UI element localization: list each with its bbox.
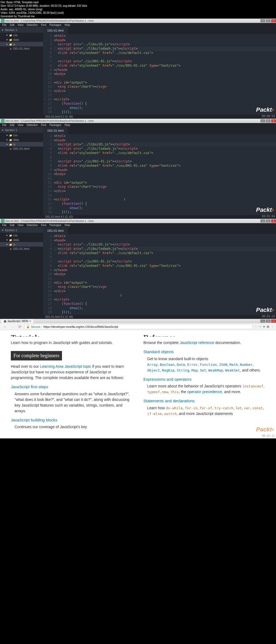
folder-item[interactable]: ▸ js bbox=[0, 42, 43, 46]
keyword-link[interactable]: new bbox=[162, 390, 168, 394]
menu-item[interactable]: Edit bbox=[10, 124, 14, 127]
building-blocks-link[interactable]: JavaScript building blocks bbox=[11, 417, 133, 423]
menu-item[interactable]: Find bbox=[41, 124, 46, 127]
browser-tab[interactable]: ▦ JavaScript | MDN × bbox=[1, 319, 33, 323]
object-link[interactable]: Date bbox=[177, 363, 185, 367]
menu-item[interactable]: File bbox=[2, 23, 6, 26]
editor-tab[interactable]: D01-01.html bbox=[43, 127, 68, 134]
expressions-link[interactable]: Expressions and operators bbox=[143, 376, 265, 383]
folder-item[interactable]: ▸ css bbox=[0, 33, 43, 37]
menu-item[interactable]: Help bbox=[64, 224, 70, 227]
folder-item[interactable]: ▸ data bbox=[0, 137, 43, 142]
project-tree[interactable]: ▸ Section 1 ▸ css▸ data▸ js D01-01.html bbox=[0, 127, 43, 219]
project-root[interactable]: ▸ Section 1 bbox=[0, 227, 43, 233]
project-root[interactable]: ▸ Section 1 bbox=[0, 127, 43, 133]
maximize-button[interactable]: □ bbox=[266, 219, 271, 223]
keyword-link[interactable]: do-while bbox=[166, 406, 183, 410]
code-editor[interactable]: 1234567891011121314151617181920 I<html><… bbox=[43, 134, 276, 215]
keyword-link[interactable]: typeof bbox=[147, 390, 160, 394]
object-link[interactable]: Number bbox=[240, 363, 253, 367]
close-button[interactable]: × bbox=[271, 219, 276, 223]
url-input[interactable]: 🔒 Secure | https://developer.mozilla.org… bbox=[24, 324, 253, 329]
keyword-link[interactable]: let bbox=[235, 406, 242, 410]
object-link[interactable]: WeakSet bbox=[225, 368, 240, 372]
statements-link[interactable]: Statements and declarations bbox=[143, 398, 265, 404]
project-root[interactable]: ▸ Section 1 bbox=[0, 27, 43, 33]
folder-item[interactable]: ▸ data bbox=[0, 37, 43, 42]
file-item[interactable]: D01-01.html bbox=[0, 146, 43, 151]
folder-item[interactable]: ▸ css bbox=[0, 133, 43, 137]
menu-item[interactable]: Selection bbox=[27, 124, 38, 127]
menu-icon[interactable]: ⋮ bbox=[271, 325, 274, 328]
object-link[interactable]: WeakMap bbox=[208, 368, 223, 372]
object-link[interactable]: Function bbox=[200, 363, 217, 367]
maximize-button[interactable]: □ bbox=[266, 119, 271, 122]
menu-item[interactable]: Help bbox=[64, 124, 70, 127]
close-button[interactable]: × bbox=[271, 119, 276, 122]
menu-item[interactable]: View bbox=[18, 124, 23, 127]
menu-item[interactable]: View bbox=[18, 224, 23, 227]
menu-item[interactable]: Find bbox=[41, 23, 46, 26]
object-link[interactable]: Map bbox=[191, 368, 198, 372]
folder-item[interactable]: ▸ data bbox=[0, 237, 43, 242]
close-button[interactable]: × bbox=[271, 19, 276, 22]
object-link[interactable]: Array bbox=[147, 363, 158, 367]
precedence-link[interactable]: operator precedence bbox=[187, 390, 222, 394]
maximize-button[interactable]: □ bbox=[266, 19, 271, 22]
project-tree[interactable]: ▸ Section 1 ▸ css▸ data▸ js D01-01.html bbox=[0, 227, 43, 319]
editor-tab[interactable]: D01-01.html bbox=[43, 27, 68, 34]
object-link[interactable]: Error bbox=[187, 363, 198, 367]
keyword-link[interactable]: if-else bbox=[147, 412, 162, 416]
object-link[interactable]: RegExp bbox=[162, 368, 175, 372]
menu-item[interactable]: Packages bbox=[49, 23, 61, 26]
menu-item[interactable]: File bbox=[2, 124, 6, 127]
menu-item[interactable]: Help bbox=[64, 23, 70, 26]
star-icon[interactable]: ☆ bbox=[259, 325, 261, 328]
back-button[interactable]: ← bbox=[2, 325, 8, 329]
minimize-button[interactable]: – bbox=[260, 19, 265, 22]
lastpass-icon[interactable]: ⋯ bbox=[254, 325, 257, 328]
keyword-link[interactable]: const bbox=[252, 406, 263, 410]
object-link[interactable]: String bbox=[177, 368, 189, 372]
learning-link[interactable]: Learning Area JavaScript topic bbox=[40, 364, 91, 369]
close-button[interactable]: × bbox=[271, 319, 276, 323]
keyword-link[interactable]: for-of bbox=[199, 406, 212, 410]
object-link[interactable]: Boolean bbox=[160, 363, 175, 367]
reference-link[interactable]: JavaScript reference bbox=[180, 340, 214, 345]
tab-close-icon[interactable]: × bbox=[29, 320, 31, 323]
minimize-button[interactable]: – bbox=[260, 119, 265, 122]
object-link[interactable]: Set bbox=[200, 368, 206, 372]
keyword-link[interactable]: instanceof bbox=[242, 384, 263, 388]
object-link[interactable]: Math bbox=[229, 363, 238, 367]
menu-item[interactable]: Find bbox=[41, 224, 46, 227]
file-item[interactable]: D01-01.html bbox=[0, 247, 43, 251]
menu-item[interactable]: Edit bbox=[10, 224, 14, 227]
code-editor[interactable]: 1234567891011121314151617181920 <html><h… bbox=[43, 34, 276, 115]
keyword-link[interactable]: for-in bbox=[185, 406, 198, 410]
menu-item[interactable]: View bbox=[18, 23, 23, 26]
extension-icon[interactable]: ▣ bbox=[267, 325, 269, 328]
code-editor[interactable]: 1234567891011121314151617181920 I<html><… bbox=[43, 234, 276, 315]
menu-item[interactable]: File bbox=[2, 224, 6, 227]
file-item[interactable]: D01-01.html bbox=[0, 46, 43, 51]
keyword-link[interactable]: this bbox=[170, 390, 179, 394]
keyword-link[interactable]: switch bbox=[164, 412, 177, 416]
object-link[interactable]: JSON bbox=[219, 363, 227, 367]
menu-item[interactable]: Edit bbox=[10, 23, 14, 26]
keyword-link[interactable]: var bbox=[244, 406, 250, 410]
minimize-button[interactable]: – bbox=[260, 319, 265, 323]
menu-item[interactable]: Packages bbox=[49, 124, 61, 127]
extension-icon[interactable]: ● bbox=[263, 325, 265, 328]
folder-item[interactable]: ▸ css bbox=[0, 233, 43, 237]
standard-objects-link[interactable]: Standard objects bbox=[143, 349, 265, 355]
menu-item[interactable]: Packages bbox=[49, 224, 61, 227]
object-link[interactable]: Object bbox=[147, 368, 160, 372]
minimize-button[interactable]: – bbox=[260, 219, 265, 223]
menu-item[interactable]: Selection bbox=[27, 224, 38, 227]
folder-item[interactable]: ▸ js bbox=[0, 242, 43, 247]
project-tree[interactable]: ▸ Section 1 ▸ css▸ data▸ js D01-01.html bbox=[0, 27, 43, 119]
maximize-button[interactable]: □ bbox=[266, 319, 271, 323]
keyword-link[interactable]: try-catch bbox=[214, 406, 233, 410]
reload-button[interactable]: ⟳ bbox=[17, 325, 23, 329]
menu-item[interactable]: Selection bbox=[27, 23, 38, 26]
